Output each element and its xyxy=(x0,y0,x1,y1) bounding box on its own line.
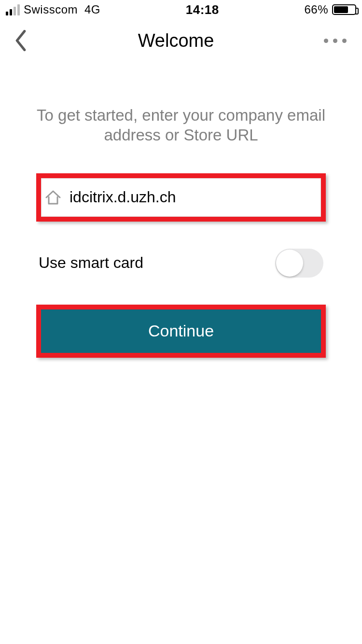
carrier-label: Swisscom xyxy=(24,3,78,16)
toggle-knob xyxy=(276,250,303,277)
store-url-input[interactable] xyxy=(70,188,318,206)
continue-button[interactable]: Continue xyxy=(41,309,321,353)
highlight-input-frame xyxy=(36,173,326,222)
intro-text: To get started, enter your company email… xyxy=(0,62,362,165)
smart-card-toggle[interactable] xyxy=(275,249,323,278)
home-icon xyxy=(43,188,63,207)
store-url-field[interactable] xyxy=(41,178,321,217)
chevron-left-icon xyxy=(14,30,28,51)
back-button[interactable] xyxy=(14,30,28,51)
status-clock: 14:18 xyxy=(186,2,219,17)
smart-card-label: Use smart card xyxy=(39,254,143,272)
continue-button-label: Continue xyxy=(148,322,214,340)
more-button[interactable] xyxy=(324,39,348,43)
page-title: Welcome xyxy=(138,30,214,51)
nav-bar: Welcome xyxy=(0,19,362,62)
network-type-label: 4G xyxy=(84,3,100,16)
battery-percent-label: 66% xyxy=(304,3,328,16)
status-bar: Swisscom 4G 14:18 66% xyxy=(0,0,362,19)
battery-icon xyxy=(332,4,356,15)
smart-card-row: Use smart card xyxy=(39,249,323,278)
signal-strength-icon xyxy=(6,4,20,15)
highlight-continue-frame: Continue xyxy=(36,305,326,358)
ellipsis-icon xyxy=(324,39,328,43)
